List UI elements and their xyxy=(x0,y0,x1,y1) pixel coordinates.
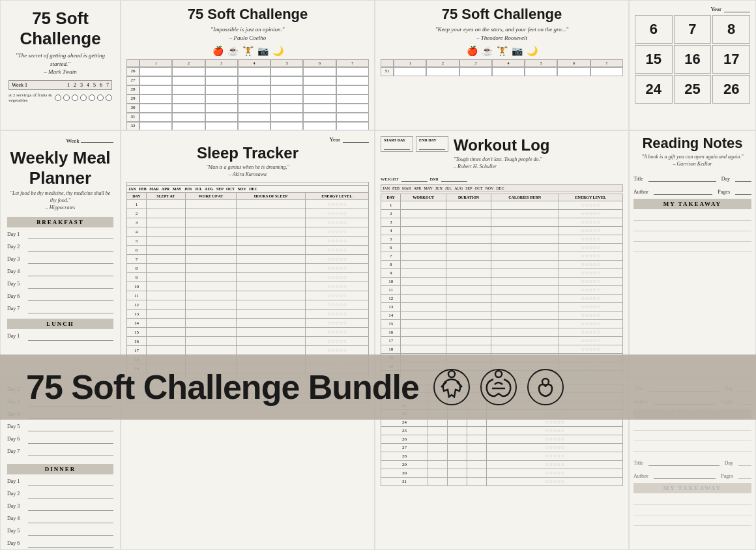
workout-row-12: 12☆☆☆☆☆ xyxy=(381,295,623,303)
sleep-row-12: 12☆☆☆☆☆ xyxy=(127,300,369,310)
card-reading-notes-mid: Reading Notes "A book is a gift you can … xyxy=(629,130,756,378)
dumbbell2-icon: 🏋 xyxy=(497,46,508,57)
workout-row-7: 7☆☆☆☆☆ xyxy=(381,252,623,261)
image-icon: 📷 xyxy=(257,46,269,57)
card-sleep-tracker: Year Sleep Tracker "Man is a genius when… xyxy=(121,130,375,378)
meal-quote: "Let food be thy medicine, thy medicine … xyxy=(7,190,113,212)
dumbbell-icon: 🏋 xyxy=(242,46,254,57)
svg-point-3 xyxy=(495,371,502,377)
sleep-title: Sleep Tracker xyxy=(126,144,369,162)
workout-quote: "Tough times don't last. Tough people do… xyxy=(454,156,623,170)
cal-grid: 6 7 8 15 16 17 24 25 26 xyxy=(635,15,750,104)
sleep-quote: "Man is a genius when he is dreaming." –… xyxy=(126,164,369,178)
workout-row-14: 14☆☆☆☆☆ xyxy=(381,311,623,320)
challenge2-icons: 🍎 ☕ 🏋 📷 🌙 xyxy=(126,46,369,57)
apple2-icon: 🍎 xyxy=(467,46,478,57)
moon-icon: 🌙 xyxy=(272,46,284,57)
card-challenge-1: 75 Soft Challenge "The secret of getting… xyxy=(0,0,121,130)
workout-row-11: 11☆☆☆☆☆ xyxy=(381,286,623,295)
svg-point-0 xyxy=(448,371,455,377)
cup-icon: ☕ xyxy=(227,46,239,57)
reading-title-row: Title Day xyxy=(633,173,751,182)
image2-icon: 📷 xyxy=(512,46,523,57)
sleep-row-6: 6☆☆☆☆☆ xyxy=(127,246,369,255)
challenge2-title: 75 Soft Challenge xyxy=(126,6,369,23)
workout-row-3: 3☆☆☆☆☆ xyxy=(381,218,623,227)
sleep-row-13: 13☆☆☆☆☆ xyxy=(127,310,369,319)
sleep-row-4: 4☆☆☆☆☆ xyxy=(127,227,369,237)
main-grid: 75 Soft Challenge "The secret of getting… xyxy=(0,0,756,550)
apple-icon: 🍎 xyxy=(212,46,224,57)
sleep-row-10: 10☆☆☆☆☆ xyxy=(127,282,369,291)
lunch-day5: Day 5 xyxy=(7,422,113,433)
dinner-day2: Day 2 xyxy=(7,489,113,500)
workout-row-5: 5☆☆☆☆☆ xyxy=(381,235,623,244)
card-calendar: Year 6 7 8 15 16 17 24 25 26 xyxy=(629,0,756,130)
challenge3-grid: 1 2 3 4 5 6 7 51 xyxy=(381,59,623,76)
sleep-table: JAN FEB MAR APR MAY JUN JUL AUG SEP OCT … xyxy=(126,182,369,378)
workout-table: DAY WORKOUT DURATION CALORIES BURN ENERG… xyxy=(381,194,623,378)
challenge3-title: 75 Soft Challenge xyxy=(381,6,623,23)
dinner-day6: Day 6 xyxy=(7,539,113,549)
lunch-header: LUNCH xyxy=(7,319,113,329)
card-workout-log: START DAY END DAY Workout Log "Tough tim… xyxy=(375,130,629,378)
workout-row-2: 2☆☆☆☆☆ xyxy=(381,210,623,218)
meal-title: Weekly Meal Planner xyxy=(7,148,113,188)
card-meal-planner: Week Weekly Meal Planner "Let food be th… xyxy=(0,130,121,378)
workout-row-16: 16☆☆☆☆☆ xyxy=(381,328,623,337)
challenge3-icons: 🍎 ☕ 🏋 📷 🌙 xyxy=(381,46,623,57)
sleep-row-9: 9☆☆☆☆☆ xyxy=(127,273,369,282)
cup2-icon: ☕ xyxy=(482,46,493,57)
lunch-day1: Day 1 xyxy=(7,332,113,342)
habit-circles xyxy=(55,94,112,101)
reading-quote: "A book is a gift you can open again and… xyxy=(633,153,751,167)
challenge3-quote: "Keep your eyes on the stars, and your f… xyxy=(381,25,623,42)
challenge2-quote: "Impossible is just an opinion." – Paulo… xyxy=(126,25,369,42)
banner-title: 75 Soft Challenge Bundle xyxy=(26,368,419,407)
dinner-day3: Day 3 xyxy=(7,502,113,512)
sleep-row-2: 2☆☆☆☆☆ xyxy=(127,209,369,218)
moon2-icon: 🌙 xyxy=(527,46,538,57)
sleep-row-14: 14☆☆☆☆☆ xyxy=(127,319,369,328)
workout-row-9: 9☆☆☆☆☆ xyxy=(381,269,623,278)
breakfast-day3: Day 3 xyxy=(7,255,113,265)
dinner-day4: Day 4 xyxy=(7,514,113,525)
dinner-day5: Day 5 xyxy=(7,527,113,537)
workout-row-15: 15☆☆☆☆☆ xyxy=(381,320,623,328)
workout-row-10: 10☆☆☆☆☆ xyxy=(381,278,623,286)
breakfast-day7: Day 7 xyxy=(7,304,113,315)
dinner-header: DINNER xyxy=(7,464,113,474)
breakfast-header: BREAKFAST xyxy=(7,217,113,227)
wellness-icon xyxy=(526,368,565,407)
dinner-day1: Day 1 xyxy=(7,477,113,487)
takeaway-header: MY TAKEAWAY xyxy=(633,199,751,209)
breakfast-day1: Day 1 xyxy=(7,230,113,240)
breakfast-day6: Day 6 xyxy=(7,292,113,302)
sleep-row-3: 3☆☆☆☆☆ xyxy=(127,218,369,227)
breakfast-day5: Day 5 xyxy=(7,280,113,290)
workout-row-4: 4☆☆☆☆☆ xyxy=(381,227,623,235)
workout-row-8: 8☆☆☆☆☆ xyxy=(381,261,623,269)
workout-row-13: 13☆☆☆☆☆ xyxy=(381,303,623,311)
challenge1-title: 75 Soft Challenge xyxy=(8,8,112,49)
mind-icon xyxy=(479,368,518,407)
breakfast-day2: Day 2 xyxy=(7,242,113,253)
lunch-day7: Day 7 xyxy=(7,447,113,457)
challenge2-grid: 1 2 3 4 5 6 7 26 27 28 29 xyxy=(126,59,369,130)
sleep-row-11: 11☆☆☆☆☆ xyxy=(127,291,369,300)
banner-icons xyxy=(432,368,565,407)
week-header: Week 1 1 2 3 4 5 6 7 xyxy=(8,80,112,90)
card-challenge-2: 75 Soft Challenge "Impossible is just an… xyxy=(121,0,375,130)
cal-year-row: Year xyxy=(635,6,750,12)
card-challenge-3: 75 Soft Challenge "Keep your eyes on the… xyxy=(375,0,629,130)
breakfast-day4: Day 4 xyxy=(7,267,113,278)
habit-row: at 2 servings of fruits & vegetables xyxy=(8,93,112,103)
lunch-day6: Day 6 xyxy=(7,435,113,445)
workout-row-18: 18☆☆☆☆☆ xyxy=(381,345,623,354)
sleep-row-5: 5☆☆☆☆☆ xyxy=(127,237,369,246)
sleep-row-7: 7☆☆☆☆☆ xyxy=(127,255,369,264)
sleep-row-8: 8☆☆☆☆☆ xyxy=(127,264,369,273)
reading-title: Reading Notes xyxy=(633,135,751,152)
workout-row-17: 17☆☆☆☆☆ xyxy=(381,337,623,345)
workout-title: Workout Log xyxy=(454,136,623,154)
